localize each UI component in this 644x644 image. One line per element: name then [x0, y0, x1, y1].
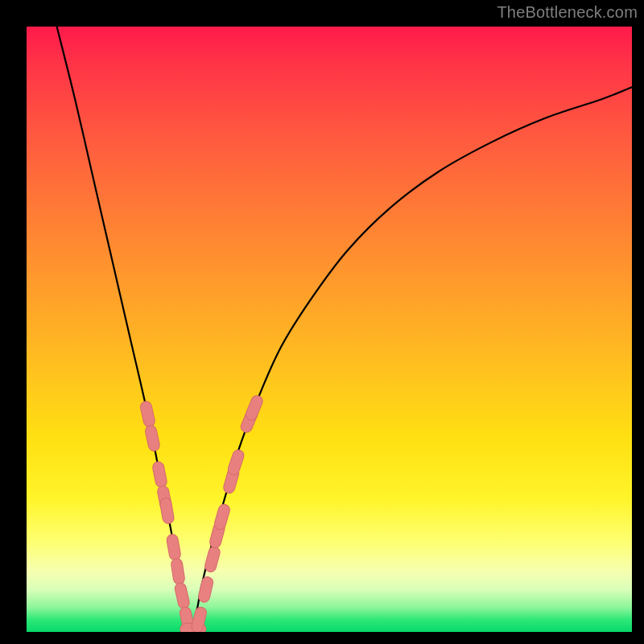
marker [172, 540, 175, 555]
marker [233, 456, 238, 469]
marker [204, 583, 208, 597]
marker [146, 407, 149, 421]
marker [251, 401, 257, 415]
plot-area [27, 27, 632, 632]
chart-stage: TheBottleneck.com [0, 0, 644, 644]
marker [216, 528, 220, 542]
marker [180, 588, 184, 603]
curve-layer [27, 27, 632, 632]
watermark-text: TheBottleneck.com [497, 3, 638, 22]
marker [197, 613, 200, 626]
marker [220, 510, 224, 523]
marker [229, 473, 233, 487]
marker [151, 431, 155, 446]
bottleneck-curve [57, 27, 632, 632]
marker [211, 552, 215, 566]
highlighted-points [146, 401, 257, 629]
marker [177, 564, 180, 579]
marker [159, 468, 162, 482]
marker [166, 504, 168, 518]
